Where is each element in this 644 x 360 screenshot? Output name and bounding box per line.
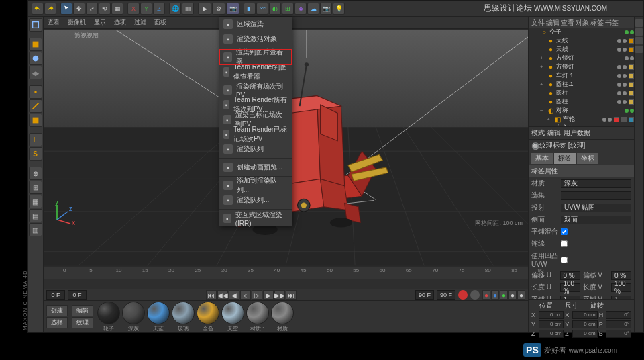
snap-enable[interactable]: ⊕ <box>29 167 42 180</box>
attr-tab-user[interactable]: 用户数据 <box>564 128 590 138</box>
key-pos[interactable]: ● <box>482 290 490 300</box>
attr-subtab-tag[interactable]: 标签 <box>554 153 576 164</box>
edge-mode[interactable] <box>29 99 42 113</box>
dock-3[interactable] <box>635 37 643 44</box>
last-tool[interactable]: ▦ <box>111 3 123 15</box>
render-menu-item-7[interactable]: ▪Team Render已标记场次PV <box>219 127 292 142</box>
render-view[interactable]: ▶ <box>198 3 211 15</box>
pos-z[interactable]: 0 cm <box>539 330 564 338</box>
dock-1[interactable] <box>635 19 643 27</box>
object-row[interactable]: −○空子 <box>529 28 634 36</box>
om-tab-edit[interactable]: 编辑 <box>546 18 559 26</box>
dock-2[interactable] <box>635 28 643 36</box>
workplane-mode[interactable] <box>29 66 42 79</box>
rot-p[interactable]: 0° <box>606 320 631 328</box>
offset-u[interactable]: 0 % <box>560 271 580 280</box>
om-tab-bm[interactable]: 书签 <box>605 18 619 26</box>
render-settings[interactable]: ⚙ <box>212 3 225 15</box>
render-menu-item-11[interactable]: ▪渲染队列... <box>219 193 292 208</box>
attr-tab-mode[interactable]: 模式 <box>531 128 545 138</box>
frame-end2-input[interactable] <box>437 290 455 300</box>
key-rot[interactable]: ● <box>500 290 508 300</box>
timeline-ruler[interactable]: 051015202530354045505560657075808590 <box>44 267 528 279</box>
render-menu-item-3[interactable]: ▪Team Render到图像查看器 <box>219 64 292 79</box>
prim-env[interactable]: ☁ <box>307 3 319 15</box>
dock-4[interactable] <box>635 46 643 53</box>
material-ball[interactable]: 金色 <box>197 302 219 332</box>
model-mode[interactable] <box>29 38 42 51</box>
make-editable[interactable] <box>29 18 42 32</box>
om-tab-tag[interactable]: 标签 <box>590 18 604 26</box>
select-tool[interactable] <box>60 3 72 15</box>
play-back[interactable]: ◁ <box>240 290 251 300</box>
timeline-track[interactable] <box>44 279 528 289</box>
projection-field[interactable]: UVW 贴图 <box>561 204 631 212</box>
render-menu-item-12[interactable]: ▪交互式区域渲染(IRR) <box>219 211 292 226</box>
side-field[interactable]: 双面 <box>561 216 631 224</box>
frame-cur-input[interactable] <box>68 290 87 300</box>
prev-key[interactable]: ◀◀ <box>217 290 228 300</box>
object-row[interactable]: ●天线 <box>529 45 634 54</box>
prim-light[interactable]: 💡 <box>333 3 345 15</box>
axis-toggle[interactable]: L <box>29 133 42 146</box>
prev-frame[interactable]: ◀ <box>229 290 239 300</box>
material-field[interactable]: 深灰 <box>561 179 631 188</box>
object-row[interactable]: +●圆柱.1 <box>529 80 634 89</box>
mat-tab-func[interactable]: 选择 <box>46 317 68 328</box>
frame-end-input[interactable] <box>415 290 434 300</box>
workplane-snap[interactable]: ▦ <box>29 195 42 208</box>
viewport-solo[interactable]: S <box>29 147 42 161</box>
locked-workplane[interactable]: ▤ <box>29 209 42 222</box>
mat-tab-create[interactable]: 创建 <box>46 305 68 316</box>
prim-cube[interactable]: ◧ <box>244 3 256 15</box>
autokey[interactable] <box>470 290 480 300</box>
prim-deform[interactable]: ◈ <box>294 3 307 15</box>
object-row[interactable]: ●圆柱 <box>529 89 634 97</box>
next-frame[interactable]: ▶ <box>263 290 274 300</box>
om-tab-view[interactable]: 查看 <box>561 18 574 26</box>
play-fwd[interactable]: ▷ <box>252 290 262 300</box>
bump-uvw-check[interactable] <box>561 257 568 263</box>
pos-y[interactable]: 0 cm <box>539 320 564 328</box>
view-menu-view[interactable]: 查看 <box>48 18 60 27</box>
render-menu-item-9[interactable]: ▪创建动画预览... <box>219 160 292 175</box>
move-tool[interactable]: ✥ <box>73 3 85 15</box>
rot-b[interactable]: 0° <box>606 330 631 338</box>
axis-z-toggle[interactable]: Z <box>153 3 165 15</box>
coord-system[interactable]: 🌐 <box>169 3 181 15</box>
material-ball[interactable]: 材质.1 <box>246 302 269 332</box>
attr-subtab-basic[interactable]: 基本 <box>531 153 553 164</box>
prim-cam[interactable]: 📷 <box>320 3 332 15</box>
size-y[interactable]: 0 cm <box>572 320 598 328</box>
material-ball[interactable]: 轮子 <box>97 302 120 332</box>
material-ball[interactable]: 深灰 <box>122 302 145 332</box>
offset-v[interactable]: 0 % <box>611 271 631 280</box>
material-ball[interactable]: 材质 <box>271 302 294 332</box>
material-ball[interactable]: 天空 <box>221 302 244 332</box>
prim-nurbs[interactable]: ◐ <box>269 3 281 15</box>
object-row[interactable]: +◧车轮 <box>529 115 634 124</box>
seamless-check[interactable] <box>561 240 568 247</box>
record-key[interactable] <box>458 290 468 300</box>
length-v[interactable]: 100 % <box>611 283 631 292</box>
render-menu-item-1[interactable]: ▪渲染激活对象 <box>219 32 292 46</box>
scale-tool[interactable]: ⤢ <box>86 3 98 15</box>
snap-settings[interactable]: ⊞ <box>29 181 42 194</box>
object-row[interactable]: ●圆柱 <box>529 97 634 106</box>
goto-end[interactable]: ⏭ <box>286 290 297 300</box>
object-row[interactable]: +●方镜灯 <box>529 62 634 71</box>
texture-mode[interactable] <box>29 52 42 65</box>
rotate-tool[interactable]: ⟲ <box>99 3 111 15</box>
rot-h[interactable]: 0° <box>606 311 631 319</box>
view-menu-filter[interactable]: 过滤 <box>134 18 146 27</box>
object-row[interactable]: +●方镜灯 <box>529 54 634 62</box>
redo-button[interactable] <box>44 3 56 15</box>
render-menu-item-0[interactable]: ▪区域渲染 <box>219 17 292 32</box>
axis-x-toggle[interactable]: X <box>127 3 140 15</box>
material-ball[interactable]: 玻璃 <box>172 302 195 332</box>
render-menu-item-8[interactable]: ▪渲染队列 <box>219 142 292 156</box>
frame-start-input[interactable] <box>46 290 65 300</box>
poly-mode[interactable] <box>29 114 42 127</box>
mat-tab-edit[interactable]: 编辑 <box>72 305 93 316</box>
object-tree[interactable]: −○空子●天线●天线+●方镜灯+●方镜灯●车灯.1+●圆柱.1●圆柱●圆柱−◐对… <box>529 28 634 127</box>
